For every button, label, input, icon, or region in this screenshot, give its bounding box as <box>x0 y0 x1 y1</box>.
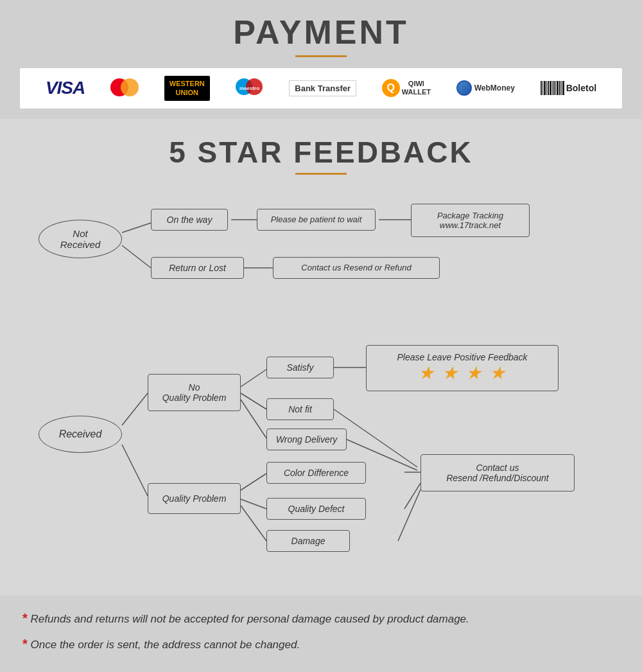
mastercard-logo <box>110 78 139 98</box>
western-union-logo: WESTERNUNION <box>164 76 210 101</box>
payment-underline <box>295 55 347 57</box>
quality-problem-node: Quality Problem <box>148 483 241 514</box>
please-be-patient-node: Please be patient to wait <box>257 209 376 231</box>
note-asterisk-2: * <box>22 637 28 651</box>
quality-defect-node: Quality Defect <box>266 498 366 520</box>
payment-section: PAYMENT VISA WESTERNUNION maestro <box>0 0 642 119</box>
note-asterisk-1: * <box>22 611 28 625</box>
no-quality-problem-node: NoQuality Problem <box>148 374 241 411</box>
svg-line-6 <box>122 445 148 496</box>
note-item-2: * Once the order is sent, the address ca… <box>19 634 623 653</box>
color-difference-node: Color Difference <box>266 462 366 484</box>
notes-section: * Refunds and returns will not be accept… <box>0 596 642 672</box>
package-tracking-node: Package Trackingwww.17track.net <box>411 204 530 237</box>
stars: ★ ★ ★ ★ <box>418 362 506 384</box>
flowchart-container: NotReceived On the way Please be patient… <box>19 197 623 576</box>
payment-logos: VISA WESTERNUNION maestro Bank Tra <box>19 67 623 109</box>
svg-line-13 <box>241 473 266 490</box>
damage-node: Damage <box>266 530 350 552</box>
flow-bottom: Received NoQuality Problem Satisfy Pleas… <box>19 326 623 576</box>
svg-line-0 <box>122 223 151 233</box>
positive-feedback-node: Please Leave Positive Feedback ★ ★ ★ ★ <box>366 345 559 391</box>
boleto-logo: Boletol <box>541 81 596 95</box>
contact-resend-refund-node: Contact us Resend or Refund <box>273 257 440 279</box>
bank-transfer-logo: Bank Transfer <box>289 80 356 96</box>
not-fit-node: Not fit <box>266 398 334 420</box>
return-or-lost-node: Return or Lost <box>151 257 244 279</box>
feedback-section: 5 STAR FEEDBACK <box>0 119 642 596</box>
svg-line-15 <box>241 506 266 541</box>
satisfy-node: Satisfy <box>266 357 334 378</box>
on-the-way-node: On the way <box>151 209 228 231</box>
svg-line-17 <box>404 483 421 509</box>
not-received-node: NotReceived <box>39 220 122 258</box>
qiwi-logo: Q QIWIWALLET <box>382 79 431 97</box>
svg-line-5 <box>122 393 148 425</box>
received-node: Received <box>39 416 122 453</box>
flow-top: NotReceived On the way Please be patient… <box>19 197 623 306</box>
visa-logo: VISA <box>46 78 85 98</box>
svg-line-9 <box>241 400 266 438</box>
page-wrapper: PAYMENT VISA WESTERNUNION maestro <box>0 0 642 672</box>
svg-line-1 <box>122 245 151 268</box>
maestro-logo: maestro <box>236 78 264 98</box>
contact-us-node: Contact usResend /Refund/Discount <box>421 454 575 491</box>
payment-title: PAYMENT <box>19 13 623 51</box>
svg-line-8 <box>241 393 266 409</box>
svg-line-18 <box>398 490 421 541</box>
feedback-title: 5 STAR FEEDBACK <box>19 135 623 170</box>
webmoney-logo: WebMoney <box>456 80 515 96</box>
wrong-delivery-node: Wrong Delivery <box>266 429 347 450</box>
svg-line-7 <box>241 369 266 387</box>
note-item-1: * Refunds and returns will not be accept… <box>19 608 623 628</box>
feedback-underline <box>295 173 347 175</box>
svg-line-14 <box>241 499 266 509</box>
